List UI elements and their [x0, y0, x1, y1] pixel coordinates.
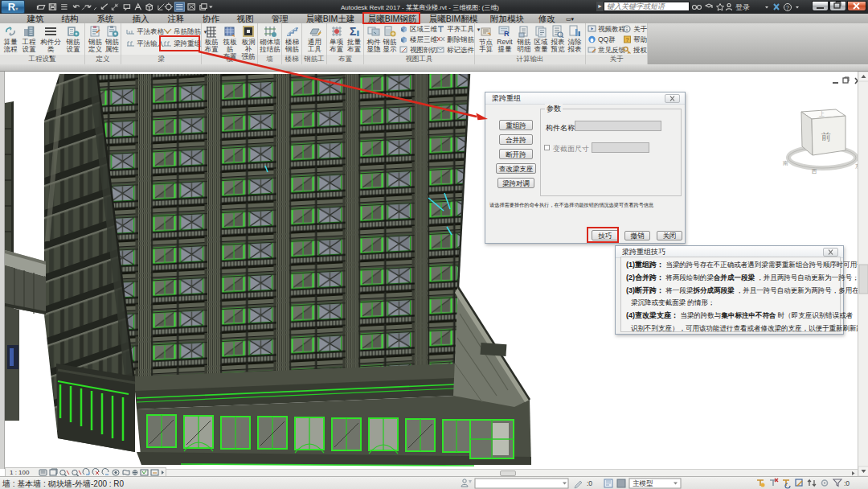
svg-text::0: :0: [844, 479, 850, 487]
svg-text::0: :0: [587, 479, 592, 487]
svg-text:上: 上: [819, 111, 825, 117]
svg-text:R: R: [504, 30, 510, 38]
svg-text:主模型: 主模型: [633, 479, 653, 487]
svg-text:Σ: Σ: [350, 25, 356, 38]
svg-text:西: 西: [811, 168, 817, 174]
svg-text:前: 前: [821, 131, 831, 142]
svg-text:?: ?: [786, 5, 789, 10]
svg-text:?: ?: [626, 37, 629, 43]
svg-text:登录: 登录: [735, 3, 750, 11]
svg-text:南: 南: [783, 160, 788, 166]
